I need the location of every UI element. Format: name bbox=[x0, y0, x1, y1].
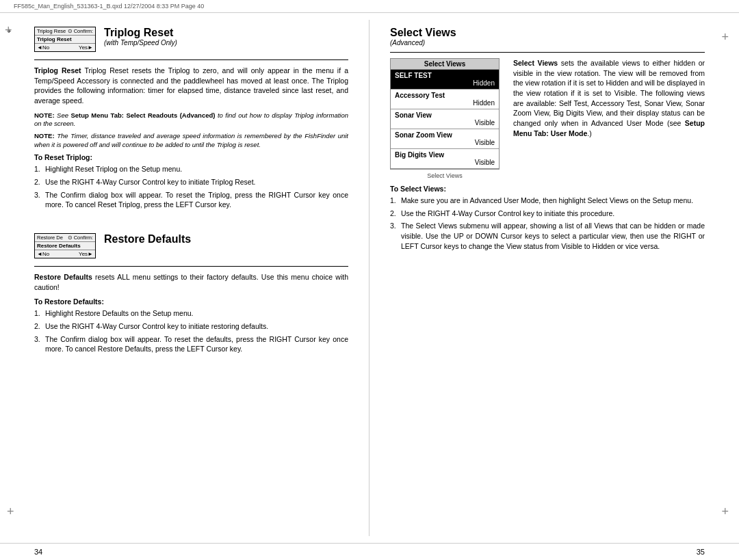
restore-defaults-icon: Restore De ⊙ Confirm: Restore Defaults ◄… bbox=[34, 233, 96, 258]
restore-divider bbox=[34, 266, 348, 267]
select-views-step-2: 2.Use the RIGHT 4-Way Cursor Control key… bbox=[390, 209, 705, 219]
right-page: + Select Views (Advanced) Select Views bbox=[370, 20, 739, 536]
restore-step-3: 3.The Confirm dialog box will appear. To… bbox=[34, 334, 348, 354]
triplog-reset-subtitle: (with Temp/Speed Only) bbox=[104, 39, 177, 46]
restore-defaults-header: Restore De ⊙ Confirm: Restore Defaults ◄… bbox=[34, 233, 348, 258]
triplog-note2: NOTE: The Timer, distance traveled and a… bbox=[34, 132, 348, 149]
select-views-divider bbox=[390, 52, 705, 53]
triplog-step-1: 1.Highlight Reset Triplog on the Setup m… bbox=[34, 164, 348, 174]
select-views-box: Select Views SELF TEST Hidden Accessory … bbox=[390, 58, 500, 170]
to-select-views-title: To Select Views: bbox=[390, 185, 705, 193]
restore-icon-yes: Yes► bbox=[79, 251, 93, 257]
sv-row-big-digits-view: Big Digits View Visible bbox=[391, 149, 499, 169]
to-reset-triplog-title: To Reset Triplog: bbox=[34, 153, 348, 161]
triplog-icon-label: Triplog Rese bbox=[37, 28, 66, 34]
triplog-icon-title: Triplog Reset bbox=[37, 36, 72, 42]
sv-row-self-test: SELF TEST Hidden bbox=[391, 70, 499, 90]
sv-big-digits-name: Big Digits View bbox=[395, 151, 495, 159]
sv-header: Select Views bbox=[391, 59, 499, 70]
sv-self-test-status: Hidden bbox=[395, 79, 495, 87]
select-views-section: Select Views (Advanced) Select Views SEL… bbox=[390, 27, 705, 258]
sv-sonar-view-status: Visible bbox=[395, 119, 495, 126]
triplog-icon-confirm: ⊙ Confirm: bbox=[68, 28, 93, 34]
restore-step-2: 2.Use the RIGHT 4-Way Cursor Control key… bbox=[34, 321, 348, 332]
page-footer: 34 35 bbox=[0, 543, 739, 560]
select-views-steps: 1.Make sure you are in Advanced User Mod… bbox=[390, 196, 705, 251]
restore-icon-no: ◄No bbox=[37, 251, 49, 257]
select-views-box-container: Select Views SELF TEST Hidden Accessory … bbox=[390, 58, 500, 185]
section-spacer bbox=[34, 219, 348, 233]
select-views-body: Select Views sets the available views to… bbox=[513, 58, 705, 139]
restore-defaults-title: Restore Defaults bbox=[104, 233, 191, 245]
crosshair-top-right: + bbox=[721, 30, 729, 44]
restore-icon-title: Restore Defaults bbox=[37, 243, 81, 249]
left-page: + Triplog Rese ⊙ Confirm: Triplog Reset … bbox=[0, 20, 370, 536]
page-container: FF585c_Man_English_531363-1_B.qxd 12/27/… bbox=[0, 0, 739, 560]
sv-row-accessory-test: Accessory Test Hidden bbox=[391, 90, 499, 109]
restore-icon-label: Restore De bbox=[37, 235, 63, 241]
select-views-header-block: Select Views (Advanced) bbox=[390, 27, 705, 46]
sv-accessory-test-status: Hidden bbox=[395, 99, 495, 107]
triplog-icon-no: ◄No bbox=[37, 44, 49, 51]
sv-sonar-view-name: Sonar View bbox=[395, 111, 495, 119]
header-text: FF585c_Man_English_531363-1_B.qxd 12/27/… bbox=[14, 3, 204, 10]
select-views-body-text: Select Views sets the available views to… bbox=[513, 58, 705, 185]
triplog-reset-body: Triplog Reset Triplog Reset resets the T… bbox=[34, 66, 348, 106]
triplog-reset-title: Triplog Reset bbox=[104, 27, 177, 39]
left-page-number: 34 bbox=[34, 548, 42, 556]
triplog-reset-steps: 1.Highlight Reset Triplog on the Setup m… bbox=[34, 164, 348, 213]
restore-icon-confirm: ⊙ Confirm: bbox=[68, 235, 93, 241]
sv-row-sonar-view: Sonar View Visible bbox=[391, 109, 499, 129]
select-views-step-3: 3.The Select Views submenu will appear, … bbox=[390, 221, 705, 251]
sv-row-sonar-zoom-view: Sonar Zoom View Visible bbox=[391, 129, 499, 149]
triplog-step-3: 3.The Confirm dialog box will appear. To… bbox=[34, 190, 348, 210]
select-views-title: Select Views bbox=[390, 27, 705, 39]
crosshair-top-left: + bbox=[7, 27, 18, 38]
sv-big-digits-status: Visible bbox=[395, 159, 495, 166]
triplog-reset-title-block: Triplog Reset (with Temp/Speed Only) bbox=[104, 27, 177, 46]
select-views-title-block: Select Views (Advanced) bbox=[390, 27, 705, 46]
sv-sonar-zoom-status: Visible bbox=[395, 139, 495, 146]
triplog-reset-icon: Triplog Rese ⊙ Confirm: Triplog Reset ◄N… bbox=[34, 27, 96, 52]
header-bar: FF585c_Man_English_531363-1_B.qxd 12/27/… bbox=[0, 0, 739, 13]
sv-accessory-test-name: Accessory Test bbox=[395, 92, 495, 99]
restore-defaults-title-block: Restore Defaults bbox=[104, 233, 191, 245]
crosshair-bottom-right: + bbox=[721, 505, 729, 519]
sv-self-test-name: SELF TEST bbox=[395, 72, 495, 79]
triplog-icon-yes: Yes► bbox=[79, 44, 93, 51]
triplog-divider bbox=[34, 59, 348, 60]
right-page-content: Select Views SELF TEST Hidden Accessory … bbox=[390, 58, 705, 185]
right-page-number: 35 bbox=[697, 548, 705, 556]
sv-sonar-zoom-name: Sonar Zoom View bbox=[395, 131, 495, 139]
to-restore-defaults-title: To Restore Defaults: bbox=[34, 297, 348, 306]
sv-caption: Select Views bbox=[390, 172, 500, 179]
crosshair-bottom-left: + bbox=[7, 505, 14, 519]
triplog-step-2: 2.Use the RIGHT 4-Way Cursor Control key… bbox=[34, 177, 348, 187]
select-views-subtitle: (Advanced) bbox=[390, 39, 705, 46]
triplog-reset-header: Triplog Rese ⊙ Confirm: Triplog Reset ◄N… bbox=[34, 27, 348, 52]
main-content: + Triplog Rese ⊙ Confirm: Triplog Reset … bbox=[0, 13, 739, 543]
triplog-note1: NOTE: See Setup Menu Tab: Select Readout… bbox=[34, 111, 348, 129]
restore-step-1: 1.Highlight Restore Defaults on the Setu… bbox=[34, 308, 348, 319]
restore-defaults-body: Restore Defaults resets ALL menu setting… bbox=[34, 272, 348, 292]
select-views-step-1: 1.Make sure you are in Advanced User Mod… bbox=[390, 196, 705, 206]
restore-defaults-steps: 1.Highlight Restore Defaults on the Setu… bbox=[34, 308, 348, 357]
